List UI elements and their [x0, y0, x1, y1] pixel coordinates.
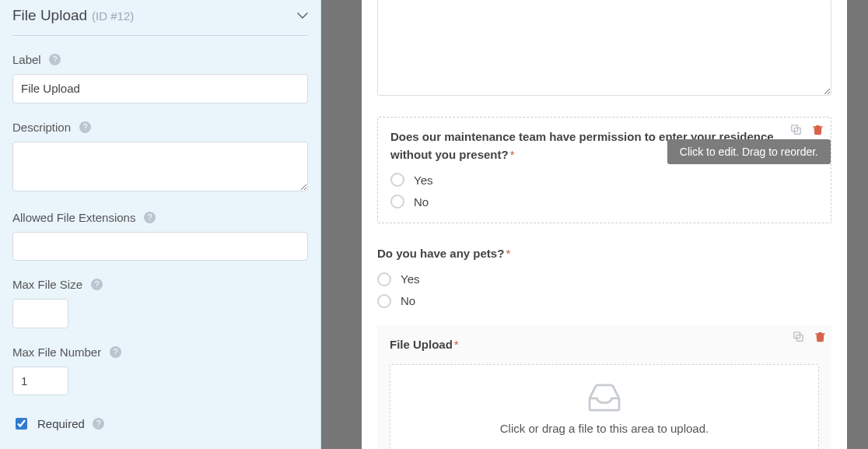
field-type-title: File Upload [12, 7, 87, 24]
label-input[interactable] [12, 74, 308, 103]
preview-field-pets[interactable]: Do you have any pets?* Yes No [377, 245, 831, 308]
max-size-caption: Max File Size [12, 278, 82, 291]
builder-gap [321, 0, 359, 449]
required-checkbox[interactable] [16, 418, 27, 430]
svg-text:?: ? [94, 280, 99, 289]
field-tooltip: Click to edit. Drag to reorder. [667, 139, 831, 164]
radio-label: Yes [401, 272, 419, 286]
allowed-ext-input[interactable] [12, 232, 308, 261]
help-icon[interactable]: ? [49, 54, 61, 66]
duplicate-icon[interactable] [791, 330, 805, 344]
field-description-setting: Description ? [12, 121, 308, 194]
inbox-icon [586, 384, 622, 414]
required-asterisk: * [506, 247, 510, 260]
builder-gap-right [847, 0, 868, 449]
max-number-caption: Max File Number [12, 346, 101, 359]
help-icon[interactable]: ? [93, 418, 105, 430]
radio-label: No [401, 294, 415, 307]
canvas-outer: Does our maintenance team have permissio… [359, 0, 847, 449]
help-icon[interactable]: ? [79, 121, 91, 133]
field-id-label: (ID #12) [92, 9, 134, 23]
chevron-down-icon[interactable] [297, 10, 308, 21]
description-caption: Description [12, 121, 71, 134]
field-allowed-ext-setting: Allowed File Extensions ? [12, 211, 308, 261]
radio-option[interactable]: No [377, 294, 831, 308]
max-size-input[interactable] [12, 299, 68, 328]
trash-icon[interactable] [813, 330, 827, 344]
duplicate-icon[interactable] [789, 122, 803, 136]
label-caption: Label [12, 53, 41, 66]
radio-label: Yes [414, 174, 432, 187]
help-icon[interactable]: ? [90, 279, 103, 291]
field-settings-sidebar: File Upload (ID #12) Label ? Description… [0, 0, 321, 449]
radio-icon [377, 294, 391, 308]
radio-option[interactable]: Yes [390, 173, 818, 187]
radio-icon [390, 195, 404, 209]
field-max-size-setting: Max File Size ? [12, 278, 308, 328]
radio-icon [377, 272, 391, 286]
required-asterisk: * [454, 338, 459, 351]
file-upload-label: File Upload* [390, 336, 819, 354]
required-caption: Required [37, 417, 85, 430]
preview-field-permission[interactable]: Does our maintenance team have permissio… [377, 117, 831, 223]
allowed-ext-caption: Allowed File Extensions [12, 211, 135, 224]
trash-icon[interactable] [810, 122, 824, 136]
radio-icon [390, 173, 404, 187]
svg-text:?: ? [113, 348, 117, 356]
sidebar-header: File Upload (ID #12) [12, 7, 308, 36]
field-label-setting: Label ? [12, 53, 308, 103]
required-setting: Required ? [12, 416, 308, 432]
radio-option[interactable]: No [390, 195, 818, 209]
required-asterisk: * [510, 148, 515, 161]
form-preview: Does our maintenance team have permissio… [362, 0, 847, 449]
description-input[interactable] [12, 142, 308, 191]
svg-text:?: ? [148, 213, 152, 222]
svg-text:?: ? [53, 55, 58, 64]
dropzone-hint: Click or drag a file to this area to upl… [500, 422, 709, 435]
svg-text:?: ? [96, 419, 101, 428]
help-icon[interactable]: ? [109, 346, 121, 358]
svg-text:?: ? [82, 123, 87, 132]
preview-textarea[interactable] [377, 0, 831, 96]
preview-field-file-upload[interactable]: File Upload* Click or drag a file to thi… [377, 325, 831, 450]
help-icon[interactable]: ? [143, 211, 156, 223]
file-dropzone[interactable]: Click or drag a file to this area to upl… [390, 364, 819, 449]
radio-label: No [414, 195, 429, 209]
q2-label: Do you have any pets?* [377, 245, 831, 263]
max-number-input[interactable] [12, 367, 68, 396]
field-max-number-setting: Max File Number ? [12, 346, 308, 396]
radio-option[interactable]: Yes [377, 272, 831, 286]
